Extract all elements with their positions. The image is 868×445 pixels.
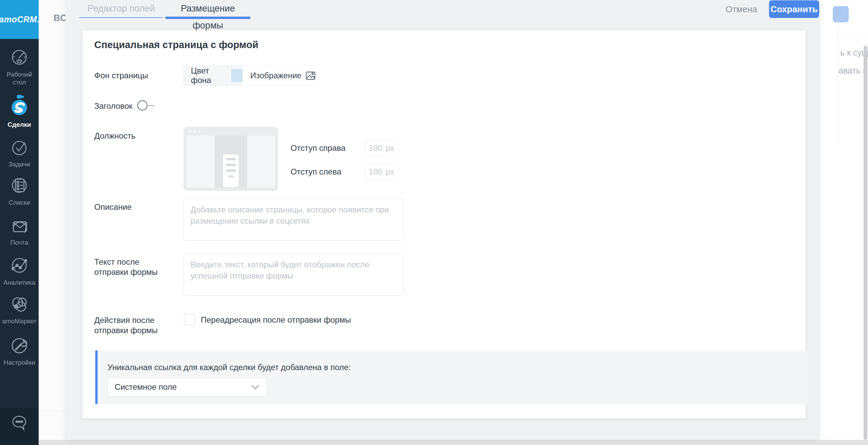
- chevron-down-icon: [251, 384, 260, 390]
- preview-body: [186, 136, 275, 188]
- tab-field-editor[interactable]: Редактор полей: [79, 0, 163, 19]
- deals-icon: [8, 94, 31, 118]
- header-toggle-switch[interactable]: [137, 100, 156, 111]
- color-swatch[interactable]: [231, 69, 242, 82]
- margin-left-input[interactable]: 100 px: [365, 163, 398, 180]
- image-icon: [305, 69, 316, 82]
- sidebar-item-desktop[interactable]: Рабочий стол: [0, 47, 39, 86]
- gauge-icon: [9, 47, 30, 68]
- background-page-left: ВС: [39, 0, 65, 440]
- redirect-checkbox[interactable]: [184, 314, 195, 325]
- background-clipped-text: ВС: [54, 13, 67, 23]
- amomarket-icon: [9, 294, 30, 315]
- description-field-label: Описание: [94, 202, 132, 212]
- unique-link-info-box: Уникальная ссылка для каждой сделки буде…: [95, 350, 808, 404]
- list-icon: [9, 175, 30, 196]
- background-page-right: ь к сущ авать н: [820, 0, 868, 440]
- unit-label: px: [386, 143, 394, 153]
- description-textarea[interactable]: [183, 199, 404, 241]
- unique-link-text: Уникальная ссылка для каждой сделки буде…: [107, 363, 351, 372]
- toggle-knob: [137, 100, 147, 110]
- actions-field-label: Действия после отправки формы: [94, 315, 179, 336]
- background-type-switcher: Цвет фона Изображение: [183, 65, 316, 86]
- sidebar-item-deals[interactable]: Сделки: [0, 94, 39, 128]
- background-color-button[interactable]: Цвет фона: [183, 66, 242, 85]
- margin-right-input[interactable]: 100 px: [365, 140, 398, 157]
- unit-label: px: [386, 167, 394, 177]
- tab-underline-inactive: [79, 17, 163, 18]
- redirect-checkbox-label[interactable]: Переадресация после отправки формы: [201, 315, 351, 325]
- wrench-icon: [8, 334, 30, 356]
- check-circle-icon: [9, 137, 29, 158]
- preview-form-card: [223, 155, 239, 187]
- toggle-rail: [148, 105, 154, 106]
- form-settings-modal: Редактор полей Размещение формы Отмена С…: [65, 0, 820, 440]
- sidebar-item-amomarket[interactable]: amoМаркет: [0, 294, 39, 325]
- analytics-icon: [9, 255, 30, 276]
- special-page-card: Специальная страница с формой Фон страни…: [83, 31, 806, 418]
- background-divider: [39, 411, 65, 411]
- background-clipped-option-2: авать н: [839, 66, 868, 76]
- column-divider: [402, 440, 402, 445]
- background-field-label: Фон страницы: [94, 70, 148, 81]
- sidebar-item-mail[interactable]: Почта: [0, 216, 39, 246]
- screen: ВС ь к сущ авать н amoCRM. Рабочий стол: [0, 0, 868, 445]
- mail-icon: [9, 216, 30, 236]
- system-field-select[interactable]: Системное поле: [107, 378, 267, 396]
- background-bottom-strip: [39, 440, 868, 445]
- page-layout-preview[interactable]: [183, 127, 278, 191]
- support-chat-button[interactable]: [0, 413, 39, 432]
- position-field-label: Должность: [94, 131, 136, 141]
- after-submit-textarea[interactable]: [183, 254, 404, 296]
- sidebar: amoCRM. Рабочий стол Сделки: [0, 0, 39, 445]
- preview-form-band: [215, 136, 247, 188]
- amocrm-logo[interactable]: amoCRM.: [0, 0, 39, 39]
- save-button[interactable]: Сохранить: [769, 0, 819, 18]
- tab-form-placement[interactable]: Размещение формы: [165, 0, 250, 19]
- column-divider: [222, 440, 222, 445]
- browser-dots: [189, 130, 201, 132]
- sidebar-item-analytics[interactable]: Аналитика: [0, 255, 39, 286]
- sidebar-item-settings[interactable]: Настройки: [0, 334, 39, 366]
- background-image-button[interactable]: Изображение: [242, 66, 316, 85]
- modal-header: Редактор полей Размещение формы Отмена С…: [65, 0, 820, 19]
- background-toolbar-edge: [837, 38, 868, 39]
- column-divider: [582, 440, 583, 445]
- sidebar-item-tasks[interactable]: Задачи: [0, 137, 39, 168]
- tab-underline-active: [165, 17, 250, 19]
- header-toggle-label: Заголовок: [94, 101, 133, 111]
- chat-bubble-icon: [9, 413, 29, 432]
- page-scrollbar[interactable]: [864, 46, 867, 440]
- sidebar-footer: [0, 408, 39, 445]
- margin-left-label: Отступ слева: [291, 167, 341, 177]
- page-title: Специальная страница с формой: [94, 39, 258, 50]
- margin-right-label: Отступ справа: [291, 143, 346, 153]
- sidebar-item-lists[interactable]: Списки: [0, 175, 39, 206]
- after-submit-text-label: Текст после отправки формы: [94, 257, 172, 277]
- column-divider: [762, 440, 763, 445]
- background-disabled-button: [833, 6, 849, 22]
- cancel-button[interactable]: Отмена: [726, 4, 757, 15]
